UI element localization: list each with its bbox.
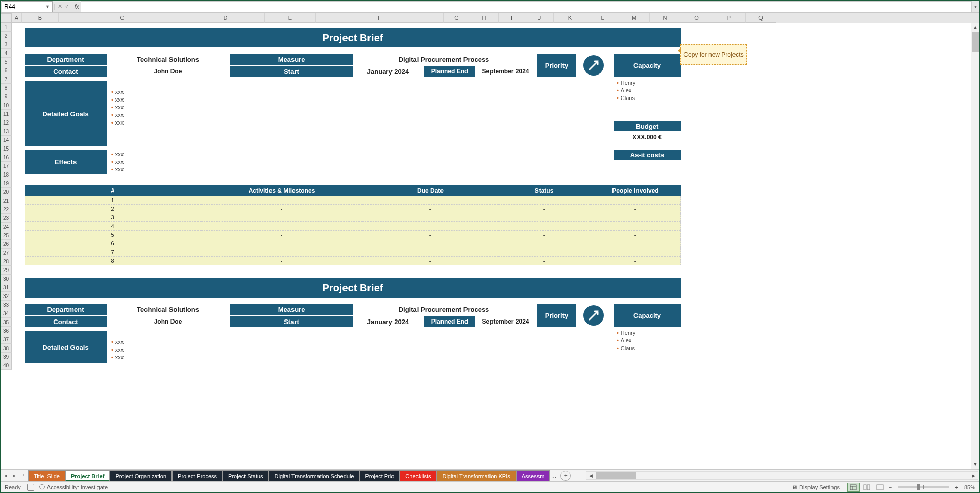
planned-end-value[interactable]: September 2024 (476, 66, 535, 77)
start-value-2[interactable]: January 2024 (353, 316, 423, 327)
row-header[interactable]: 29 (1, 266, 12, 275)
row-header[interactable]: 31 (1, 283, 12, 292)
row-header[interactable]: 23 (1, 214, 12, 223)
zoom-slider[interactable] (898, 486, 949, 488)
row-header[interactable]: 24 (1, 223, 12, 231)
department-value[interactable]: Technical Solutions (107, 54, 229, 65)
copy-note[interactable]: Copy for new Projects (680, 44, 747, 65)
scroll-up-icon[interactable]: ▲ (971, 23, 979, 32)
table-cell[interactable]: - (498, 231, 590, 239)
row-header[interactable]: 40 (1, 361, 12, 370)
zoom-level[interactable]: 85% (964, 484, 975, 490)
table-row[interactable]: 3---- (24, 213, 681, 222)
row-header[interactable]: 28 (1, 257, 12, 266)
hscroll-right-icon[interactable]: ▶ (969, 473, 978, 478)
row-header[interactable]: 4 (1, 49, 12, 58)
start-value[interactable]: January 2024 (353, 66, 423, 77)
table-row[interactable]: 8---- (24, 257, 681, 265)
cancel-icon[interactable]: ✕ (56, 3, 63, 10)
display-settings-icon[interactable]: 🖥 (792, 484, 797, 490)
row-header[interactable]: 12 (1, 118, 12, 127)
table-cell[interactable]: 4 (24, 222, 201, 231)
table-row[interactable]: 2---- (24, 205, 681, 213)
view-normal-icon[interactable] (847, 483, 860, 492)
row-header[interactable]: 35 (1, 318, 12, 327)
table-row[interactable]: 1---- (24, 196, 681, 205)
table-cell[interactable]: - (590, 205, 681, 213)
table-cell[interactable]: - (362, 257, 498, 265)
sheet-tab[interactable]: Checklists (400, 470, 436, 481)
table-cell[interactable]: - (201, 257, 362, 265)
cells[interactable]: Project Brief Department Technical Solut… (12, 23, 979, 469)
budget-value[interactable]: XXX.000 € (614, 132, 681, 142)
formula-input[interactable] (81, 1, 971, 12)
formula-expand-icon[interactable]: ▾ (971, 1, 979, 12)
row-header[interactable]: 13 (1, 127, 12, 136)
table-cell[interactable]: - (498, 213, 590, 222)
col-header-F[interactable]: F (316, 13, 444, 23)
tab-overflow-icon[interactable]: … (550, 473, 557, 479)
row-header[interactable]: 16 (1, 153, 12, 162)
macro-record-icon[interactable] (27, 484, 34, 491)
view-page-layout-icon[interactable] (861, 483, 873, 492)
confirm-icon[interactable]: ✓ (63, 3, 70, 10)
contact-value[interactable]: John Doe (107, 66, 229, 77)
contact-value-2[interactable]: John Doe (107, 316, 229, 327)
row-header[interactable]: 34 (1, 309, 12, 318)
table-cell[interactable]: - (362, 239, 498, 248)
table-cell[interactable]: - (362, 248, 498, 257)
select-all-corner[interactable] (1, 13, 12, 23)
row-header[interactable]: 20 (1, 188, 12, 196)
table-cell[interactable]: - (590, 231, 681, 239)
col-header-E[interactable]: E (265, 13, 316, 23)
row-header[interactable]: 38 (1, 344, 12, 353)
measure-value[interactable]: Digital Procurement Process (353, 54, 535, 65)
tab-nav-menu-icon[interactable]: ⋮ (19, 473, 28, 478)
col-header-A[interactable]: A (12, 13, 22, 23)
table-cell[interactable]: - (362, 205, 498, 213)
col-header-P[interactable]: P (713, 13, 746, 23)
col-header-H[interactable]: H (470, 13, 499, 23)
row-header[interactable]: 15 (1, 144, 12, 153)
table-cell[interactable]: 6 (24, 239, 201, 248)
table-cell[interactable]: - (201, 196, 362, 205)
row-header[interactable]: 14 (1, 136, 12, 144)
col-header-B[interactable]: B (22, 13, 59, 23)
row-header[interactable]: 22 (1, 205, 12, 214)
horizontal-scrollbar[interactable]: ◀ ▶ (586, 471, 978, 480)
detailed-goals-list[interactable]: •xxx•xxx•xxx•xxx•xxx (111, 88, 469, 127)
table-row[interactable]: 7---- (24, 248, 681, 257)
sheet-tab[interactable]: Assessm (516, 470, 550, 481)
row-header[interactable]: 3 (1, 40, 12, 49)
col-header-K[interactable]: K (554, 13, 586, 23)
table-cell[interactable]: 1 (24, 196, 201, 205)
name-box[interactable]: R44 ▼ (2, 1, 53, 12)
table-cell[interactable]: - (498, 222, 590, 231)
tab-nav-first-icon[interactable]: ◂ (1, 473, 10, 478)
table-cell[interactable]: - (201, 239, 362, 248)
table-cell[interactable]: - (362, 196, 498, 205)
measure-value-2[interactable]: Digital Procurement Process (353, 304, 535, 315)
table-cell[interactable]: - (498, 196, 590, 205)
row-header[interactable]: 21 (1, 196, 12, 205)
table-cell[interactable]: - (201, 205, 362, 213)
table-cell[interactable]: - (590, 222, 681, 231)
table-cell[interactable]: 7 (24, 248, 201, 257)
row-header[interactable]: 37 (1, 335, 12, 344)
sheet-tab[interactable]: Digital Transformation Schedule (269, 470, 360, 481)
col-header-D[interactable]: D (186, 13, 265, 23)
table-cell[interactable]: - (590, 196, 681, 205)
row-header[interactable]: 33 (1, 301, 12, 309)
row-header[interactable]: 27 (1, 249, 12, 257)
col-header-O[interactable]: O (680, 13, 713, 23)
row-header[interactable]: 25 (1, 231, 12, 240)
table-cell[interactable]: - (590, 239, 681, 248)
col-header-G[interactable]: G (444, 13, 470, 23)
sheet-tab[interactable]: Project Organization (110, 470, 172, 481)
row-header[interactable]: 1 (1, 23, 12, 32)
row-header[interactable]: 10 (1, 101, 12, 110)
col-header-M[interactable]: M (619, 13, 650, 23)
department-value-2[interactable]: Technical Solutions (107, 304, 229, 315)
detailed-goals-list-2[interactable]: •xxx•xxx•xxx (111, 338, 469, 361)
hscroll-left-icon[interactable]: ◀ (586, 473, 595, 478)
